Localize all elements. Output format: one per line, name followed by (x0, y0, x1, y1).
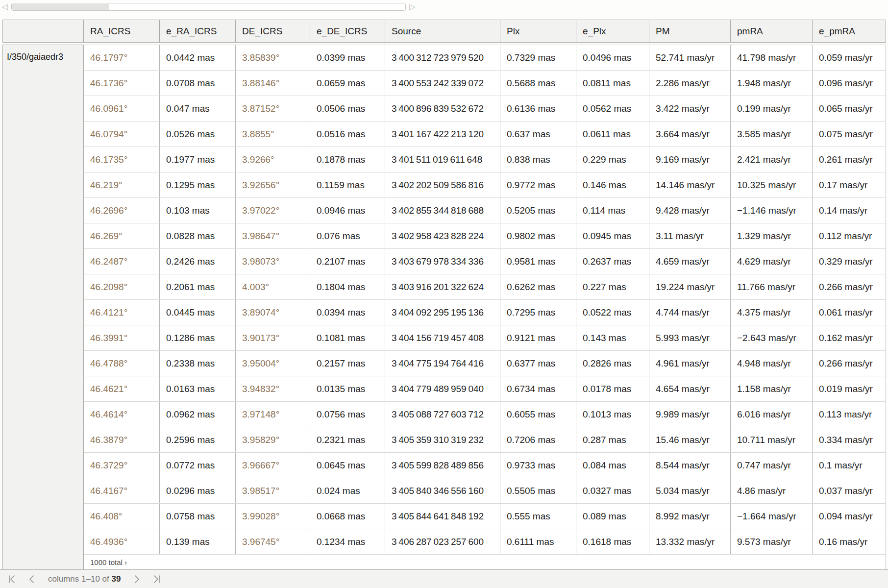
column-header-pm[interactable]: PM (649, 20, 731, 43)
cell-pmra: 10.325 mas/yr (731, 172, 813, 198)
cell-pmra: 1.158 mas/yr (731, 376, 813, 402)
table-row[interactable]: 46.4614°0.0962 mas3.97148°0.0756 mas3 40… (3, 402, 886, 427)
cell-de_icrs: 3.96667° (236, 453, 310, 478)
column-header-ra-icrs[interactable]: RA_ICRS (84, 20, 160, 43)
table-row[interactable]: 46.4621°0.0163 mas3.94832°0.0135 mas3 40… (3, 376, 886, 402)
cell-pm: 52.741 mas/yr (649, 45, 731, 71)
table-row[interactable]: 46.2487°0.2426 mas3.98073°0.2107 mas3 40… (3, 249, 886, 274)
table-header: RA_ICRS e_RA_ICRS DE_ICRS e_DE_ICRS Sour… (2, 20, 886, 43)
cell-de_icrs: 3.87152° (236, 96, 310, 122)
cell-source: 3 404 779 489 959 040 (385, 376, 500, 402)
cell-de_icrs: 3.92656° (236, 172, 310, 198)
cell-plx: 0.6734 mas (500, 376, 576, 402)
cell-source: 3 402 855 344 818 688 (385, 198, 500, 223)
cell-de_icrs: 4.003° (236, 274, 310, 300)
cell-pm: 3.664 mas/yr (649, 122, 731, 147)
table-row[interactable]: 46.4167°0.0296 mas3.98517°0.024 mas3 405… (3, 478, 886, 504)
cell-e_plx: 0.0496 mas (576, 45, 649, 71)
cell-pmra: −2.643 mas/yr (731, 325, 813, 351)
cell-de_icrs: 3.96745° (236, 529, 310, 555)
column-header-source[interactable]: Source (385, 20, 500, 43)
cell-e_pmra: 0.266 mas/yr (813, 351, 886, 376)
cell-pmra: 2.421 mas/yr (731, 147, 813, 172)
cell-e_ra_icrs: 0.139 mas (160, 529, 236, 555)
table-row[interactable]: 46.1735°0.1977 mas3.9266°0.1878 mas3 401… (3, 147, 886, 172)
table-row[interactable]: 46.219°0.1295 mas3.92656°0.1159 mas3 402… (3, 172, 886, 198)
scrollbar-track[interactable] (11, 3, 406, 11)
table-row[interactable]: 46.3729°0.0772 mas3.96667°0.0645 mas3 40… (3, 453, 886, 478)
table-row[interactable]: 46.408°0.0758 mas3.99028°0.0668 mas3 405… (3, 504, 886, 529)
column-header-e-pmra[interactable]: e_pmRA (813, 20, 886, 43)
header-row: RA_ICRS e_RA_ICRS DE_ICRS e_DE_ICRS Sour… (3, 20, 886, 43)
first-columns-button[interactable] (7, 574, 17, 584)
column-header-de-icrs[interactable]: DE_ICRS (236, 20, 310, 43)
table-row[interactable]: 46.4936°0.139 mas3.96745°0.1234 mas3 406… (3, 529, 886, 555)
cell-pm: 4.654 mas/yr (649, 376, 731, 402)
cell-e_de_icrs: 0.0506 mas (310, 96, 385, 122)
cell-pm: 5.993 mas/yr (649, 325, 731, 351)
table-row[interactable]: 46.4121°0.0445 mas3.89074°0.0394 mas3 40… (3, 300, 886, 325)
columns-total-count: 39 (111, 574, 121, 584)
last-columns-button[interactable] (152, 574, 162, 584)
cell-e_ra_icrs: 0.2596 mas (160, 427, 236, 453)
cell-pm: 19.224 mas/yr (649, 274, 731, 300)
cell-e_plx: 0.0178 mas (576, 376, 649, 402)
table-row[interactable]: 46.3879°0.2596 mas3.95829°0.2321 mas3 40… (3, 427, 886, 453)
cell-de_icrs: 3.90173° (236, 325, 310, 351)
cell-pm: 8.544 mas/yr (649, 453, 731, 478)
cell-pm: 9.169 mas/yr (649, 147, 731, 172)
cell-de_icrs: 3.95004° (236, 351, 310, 376)
cell-e_pmra: 0.1 mas/yr (813, 453, 886, 478)
cell-source: 3 404 775 194 764 416 (385, 351, 500, 376)
horizontal-scrollbar[interactable]: ◁ ▷ (2, 2, 416, 12)
table-row[interactable]: 46.3991°0.1286 mas3.90173°0.1081 mas3 40… (3, 325, 886, 351)
cell-e_de_icrs: 0.1804 mas (310, 274, 385, 300)
table-row[interactable]: 46.0961°0.047 mas3.87152°0.0506 mas3 400… (3, 96, 886, 122)
table-row[interactable]: 46.2098°0.2061 mas4.003°0.1804 mas3 403 … (3, 274, 886, 300)
column-header-plx[interactable]: Plx (500, 20, 576, 43)
cell-ra_icrs: 46.3729° (84, 453, 160, 478)
cell-plx: 0.6111 mas (500, 529, 576, 555)
cell-e_pmra: 0.059 mas/yr (813, 45, 886, 71)
cell-source: 3 402 202 509 586 816 (385, 172, 500, 198)
cell-pm: 15.46 mas/yr (649, 427, 731, 453)
table-row[interactable]: 46.0794°0.0526 mas3.8855°0.0516 mas3 401… (3, 122, 886, 147)
table-row[interactable]: I/350/gaiaedr346.1797°0.0442 mas3.85839°… (3, 45, 886, 71)
cell-e_plx: 0.089 mas (576, 504, 649, 529)
scroll-left-icon[interactable]: ◁ (2, 3, 8, 11)
cell-e_pmra: 0.094 mas/yr (813, 504, 886, 529)
cell-e_plx: 0.0811 mas (576, 71, 649, 96)
table-row[interactable]: 46.269°0.0828 mas3.98647°0.076 mas3 402 … (3, 223, 886, 249)
cell-de_icrs: 3.89074° (236, 300, 310, 325)
table-row[interactable]: 46.4788°0.2338 mas3.95004°0.2157 mas3 40… (3, 351, 886, 376)
column-header-pmra[interactable]: pmRA (731, 20, 813, 43)
cell-e_de_icrs: 0.2107 mas (310, 249, 385, 274)
cell-plx: 0.7295 mas (500, 300, 576, 325)
cell-e_plx: 0.1618 mas (576, 529, 649, 555)
columns-range-text: columns 1–10 of (48, 574, 109, 584)
previous-columns-button[interactable] (27, 574, 37, 584)
column-header-e-de-icrs[interactable]: e_DE_ICRS (310, 20, 385, 43)
cell-ra_icrs: 46.3879° (84, 427, 160, 453)
cell-source: 3 405 359 310 319 232 (385, 427, 500, 453)
table-row[interactable]: 46.2696°0.103 mas3.97022°0.0946 mas3 402… (3, 198, 886, 223)
cell-e_ra_icrs: 0.2426 mas (160, 249, 236, 274)
scrollbar-thumb[interactable] (12, 4, 109, 10)
cell-pmra: 9.573 mas/yr (731, 529, 813, 555)
cell-e_pmra: 0.096 mas/yr (813, 71, 886, 96)
cell-e_ra_icrs: 0.0772 mas (160, 453, 236, 478)
total-rows-link[interactable]: 1000 total › (84, 555, 886, 570)
cell-pm: 4.961 mas/yr (649, 351, 731, 376)
cell-e_plx: 0.0945 mas (576, 223, 649, 249)
cell-e_plx: 0.2637 mas (576, 249, 649, 274)
column-header-e-plx[interactable]: e_Plx (576, 20, 649, 43)
scroll-right-icon[interactable]: ▷ (409, 3, 415, 11)
cell-e_de_icrs: 0.076 mas (310, 223, 385, 249)
cell-e_de_icrs: 0.1234 mas (310, 529, 385, 555)
table-row[interactable]: 46.1736°0.0708 mas3.88146°0.0659 mas3 40… (3, 71, 886, 96)
cell-e_pmra: 0.334 mas/yr (813, 427, 886, 453)
next-columns-button[interactable] (131, 574, 141, 584)
cell-pm: 14.146 mas/yr (649, 172, 731, 198)
column-header-e-ra-icrs[interactable]: e_RA_ICRS (160, 20, 236, 43)
column-pagination-bar: columns 1–10 of 39 (0, 569, 888, 588)
